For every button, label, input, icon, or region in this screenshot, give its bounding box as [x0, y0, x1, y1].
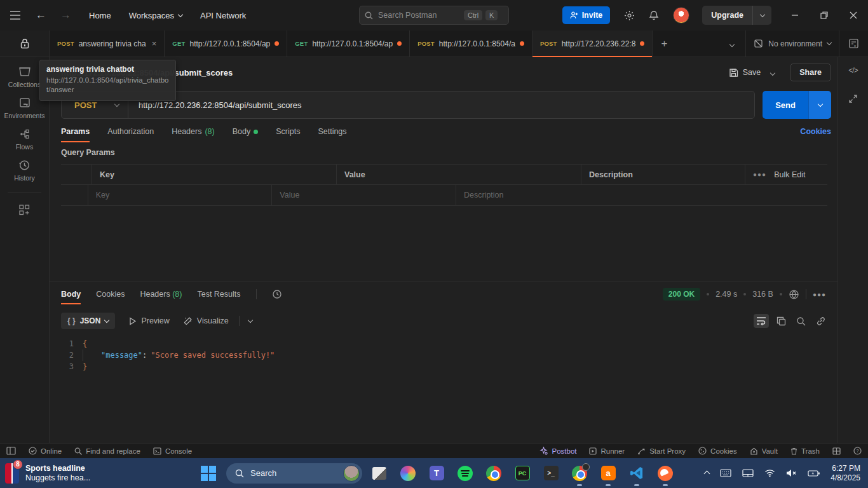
online-status[interactable]: Online [29, 447, 62, 455]
chrome-icon[interactable] [485, 465, 502, 482]
request-tab-3[interactable]: http://127.0.0.1:8504/ap GET http://127.… [287, 30, 410, 57]
touchpad-icon[interactable] [742, 469, 754, 477]
upgrade-dropdown-button[interactable] [752, 6, 771, 25]
wrap-text-icon[interactable] [754, 314, 769, 328]
request-tab-4[interactable]: POST http://127.0.0.1:8504/a [410, 30, 532, 57]
tab-body[interactable]: Body [233, 127, 259, 142]
main-menu-icon[interactable] [10, 11, 22, 20]
request-tab-1[interactable]: POST answering trivia cha × [50, 30, 165, 57]
tray-chevron-up-icon[interactable] [705, 469, 709, 478]
window-close-button[interactable] [839, 0, 868, 30]
user-avatar[interactable] [673, 7, 689, 24]
spotify-icon[interactable] [457, 465, 473, 482]
file-explorer-icon[interactable] [371, 465, 388, 482]
invite-button[interactable]: Invite [562, 6, 611, 24]
tab-params[interactable]: Params [61, 127, 90, 142]
response-body-editor[interactable]: 1 { 2 "message":"Score saved successfull… [50, 334, 837, 443]
save-dropdown-chevron[interactable] [767, 68, 778, 77]
taskbar-search[interactable]: Search [226, 463, 362, 484]
vault-button[interactable]: Vault [750, 447, 778, 455]
start-proxy-button[interactable]: Start Proxy [637, 447, 686, 455]
save-button[interactable]: Save [729, 68, 761, 78]
code-snippet-icon[interactable]: </> [848, 66, 857, 75]
preview-button[interactable]: Preview [129, 316, 169, 325]
nav-api-network[interactable]: API Network [200, 11, 246, 20]
param-description-input[interactable] [464, 191, 820, 200]
expand-pane-icon[interactable] [848, 94, 858, 104]
taskbar-clock[interactable]: 6:27 PM 4/8/2025 [831, 464, 860, 483]
battery-charging-icon[interactable] [808, 470, 820, 477]
column-options-icon[interactable]: ●●● [753, 171, 766, 178]
sidebar-configure-tools-button[interactable] [0, 204, 49, 216]
notifications-bell-icon[interactable] [649, 10, 659, 21]
tab-settings[interactable]: Settings [318, 127, 346, 142]
status-badge[interactable]: 200 OK [663, 288, 700, 301]
runner-button[interactable]: Runner [589, 447, 625, 455]
response-time[interactable]: 2.49 s [715, 290, 737, 299]
param-key-input[interactable] [96, 191, 264, 200]
share-button[interactable]: Share [790, 64, 831, 81]
settings-gear-icon[interactable] [624, 10, 635, 21]
postman-icon[interactable] [657, 465, 674, 482]
response-tab-test-results[interactable]: Test Results [197, 290, 240, 304]
copy-icon[interactable] [776, 316, 786, 326]
two-pane-icon[interactable] [832, 447, 841, 455]
send-dropdown-button[interactable] [808, 91, 831, 119]
link-icon[interactable] [816, 316, 826, 326]
windows-start-button[interactable] [201, 466, 216, 481]
window-restore-button[interactable] [810, 0, 839, 30]
response-size[interactable]: 316 B [752, 290, 773, 299]
copilot-icon[interactable] [400, 465, 416, 482]
news-widget[interactable]: 8 Sports headline Nuggets fire hea... [5, 463, 151, 484]
param-value-input[interactable] [280, 191, 448, 200]
avast-icon[interactable]: a [600, 465, 616, 482]
sidebar-item-history[interactable]: History [0, 159, 49, 182]
global-search[interactable]: Ctrl K [359, 6, 509, 25]
format-options-chevron[interactable] [248, 320, 252, 322]
keyboard-icon[interactable] [720, 469, 731, 477]
cookies-link[interactable]: Cookies [800, 127, 831, 142]
search-input[interactable] [378, 11, 461, 20]
nav-home[interactable]: Home [89, 11, 111, 20]
forward-arrow-icon[interactable]: → [60, 9, 71, 22]
terminal-icon[interactable]: >_ [543, 465, 559, 482]
response-history-clock-icon[interactable] [272, 289, 282, 299]
send-button[interactable]: Send [763, 91, 808, 119]
environment-quick-look-icon[interactable]: x [839, 30, 868, 57]
response-more-options-icon[interactable]: ●●● [813, 291, 826, 298]
postbot-button[interactable]: Postbot [539, 447, 576, 455]
search-in-body-icon[interactable] [796, 316, 806, 326]
find-and-replace[interactable]: Find and replace [74, 447, 140, 455]
console-button[interactable]: Console [153, 447, 192, 455]
bulk-edit-button[interactable]: Bulk Edit [774, 170, 805, 179]
response-tab-cookies[interactable]: Cookies [96, 290, 125, 304]
wifi-icon[interactable] [764, 469, 775, 477]
trash-button[interactable]: Trash [790, 447, 820, 455]
upgrade-button[interactable]: Upgrade [702, 6, 752, 25]
tab-headers[interactable]: Headers (8) [172, 127, 215, 142]
visualize-button[interactable]: Visualize [184, 316, 229, 325]
volume-muted-icon[interactable] [786, 469, 797, 477]
chrome-globe-icon[interactable] [571, 465, 588, 482]
request-tab-5-active[interactable]: POST http://172.20.236.22:8 [532, 30, 653, 57]
tab-overflow-chevron[interactable] [719, 39, 745, 48]
back-arrow-icon[interactable]: ← [36, 9, 46, 22]
tab-authorization[interactable]: Authorization [107, 127, 154, 142]
response-format-dropdown[interactable]: { } JSON [61, 313, 115, 329]
nav-workspaces[interactable]: Workspaces [129, 11, 182, 20]
window-minimize-button[interactable] [780, 0, 810, 30]
teams-icon[interactable]: T [428, 465, 445, 482]
new-tab-button[interactable]: + [653, 30, 675, 57]
cookies-button[interactable]: Cookies [698, 447, 737, 455]
response-tab-headers[interactable]: Headers (8) [140, 290, 182, 304]
environment-selector[interactable]: No environment [745, 30, 839, 57]
network-globe-icon[interactable] [789, 289, 799, 300]
pycharm-icon[interactable]: PC [514, 465, 531, 482]
tab-scripts[interactable]: Scripts [276, 127, 300, 142]
request-tab-2[interactable]: GET http://127.0.0.1:8504/ap [165, 30, 287, 57]
url-input[interactable] [128, 92, 754, 118]
toggle-sidebar-icon[interactable] [6, 447, 16, 455]
sidebar-header[interactable] [0, 30, 49, 57]
sidebar-item-flows[interactable]: Flows [0, 128, 49, 151]
help-icon[interactable]: ? [853, 447, 862, 455]
